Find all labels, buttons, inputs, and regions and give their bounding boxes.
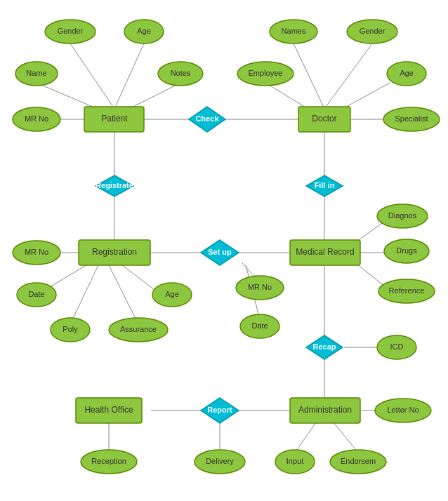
attr-ho-reception-label: Reception <box>91 457 126 465</box>
doctor-label: Doctor <box>312 114 336 123</box>
attr-patient-name-label: Name <box>26 69 46 77</box>
attr-mr-diagnos-label: Diagnos <box>388 211 417 220</box>
attr-mr-mrno-label: MR No <box>248 283 272 291</box>
administration-label: Administration <box>298 405 352 415</box>
svg-line-36 <box>334 422 358 453</box>
attr-doctor-specialist-label: Specialist <box>395 114 428 123</box>
medical-record-label: Medical Record <box>296 247 354 257</box>
health-office-label: Health Office <box>84 405 133 415</box>
attr-adm-endorsem-label: Endorsem <box>341 457 376 465</box>
svg-line-1 <box>114 44 144 109</box>
attr-patient-gender-label: Gender <box>58 27 84 35</box>
attr-mr-date-label: Date <box>251 321 268 330</box>
registrate-label: Registrate <box>95 181 133 189</box>
attr-adm-letterno-label: Letter No <box>387 406 419 414</box>
attr-doctor-employee-label: Employee <box>249 69 283 77</box>
attr-patient-mrno-label: MR No <box>25 114 48 123</box>
patient-label: Patient <box>101 114 128 123</box>
attr-mr-reference-label: Reference <box>389 286 425 295</box>
svg-line-0 <box>70 44 114 109</box>
attr-patient-age-label: Age <box>137 27 151 35</box>
svg-line-5 <box>294 44 324 109</box>
attr-mr-drugs-label: Drugs <box>396 246 417 255</box>
attr-reg-poly-label: Poly <box>62 325 78 333</box>
attr-doctor-names-label: Names <box>282 27 306 35</box>
fill-in-label: Fill in <box>315 181 335 189</box>
svg-line-18 <box>70 265 98 324</box>
attr-reg-mrno-label: MR No <box>25 248 48 256</box>
check-label: Check <box>195 114 219 123</box>
recap-label: Recap <box>312 342 336 351</box>
attr-reg-assurance-label: Assurance <box>120 325 157 333</box>
attr-doctor-age-label: Age <box>400 69 414 77</box>
attr-doctor-gender-label: Gender <box>360 27 386 35</box>
registration-label: Registration <box>92 247 137 257</box>
attr-reg-date-label: Date <box>28 290 44 298</box>
attr-reg-age-label: Age <box>165 290 179 298</box>
attr-patient-notes-label: Notes <box>171 69 191 77</box>
attr-adm-input-label: Input <box>286 457 303 465</box>
svg-line-6 <box>324 44 372 109</box>
set-up-label: Set up <box>208 248 232 256</box>
svg-line-35 <box>295 422 316 453</box>
attr-report-delivery-label: Delivery <box>206 457 234 465</box>
attr-recap-icd-label: ICD <box>390 342 404 351</box>
report-label: Report <box>207 406 232 414</box>
